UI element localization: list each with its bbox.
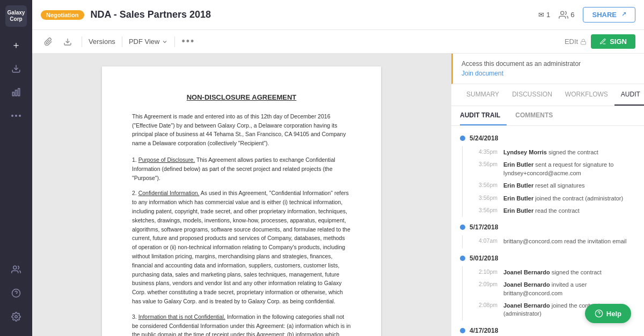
pen-icon [599, 38, 606, 45]
doc-section-1: 1. Purpose of Disclosure. This Agreement… [132, 155, 351, 182]
audit-entry: 2:09pmJoanel Bernardo invited a user bri… [472, 279, 635, 300]
help-circle-icon [595, 309, 603, 318]
help-button[interactable]: Help [585, 304, 631, 323]
document-area: NON-DISCLOSURE AGREEMENT This Agreement … [32, 54, 451, 336]
sign-button[interactable]: SIGN [591, 34, 635, 49]
audit-text: Joanel Bernardo signed the contract [503, 268, 635, 277]
subtab-comments[interactable]: COMMENTS [515, 106, 559, 125]
main-content: Negotiation NDA - Sales Partners 2018 ✉ … [32, 0, 644, 336]
doc-section-3: 3. Information that is not Confidential.… [132, 312, 351, 336]
document-intro: This Agreement is made and entered into … [132, 112, 351, 148]
versions-button[interactable]: Versions [89, 38, 115, 46]
doc-section-2: 2. Confidential Information. As used in … [132, 189, 351, 305]
audit-date-label: 5/24/2018 [470, 135, 498, 142]
tab-audit[interactable]: AUDIT [614, 84, 644, 106]
user-number: 6 [570, 11, 574, 19]
attach-icon-btn[interactable] [41, 34, 56, 49]
toolbar-divider-3 [174, 36, 175, 47]
user-count[interactable]: 6 [559, 10, 574, 20]
svg-point-7 [13, 266, 17, 269]
share-button[interactable]: SHARE [583, 7, 635, 23]
pdf-view-button[interactable]: PDF View [129, 38, 169, 46]
svg-point-6 [19, 115, 21, 117]
sign-label: SIGN [610, 38, 627, 46]
audit-time: 3:56pm [479, 182, 499, 190]
sidebar-icon-download[interactable] [6, 59, 26, 78]
topbar: Negotiation NDA - Sales Partners 2018 ✉ … [32, 0, 644, 30]
mail-icon: ✉ [538, 11, 544, 19]
svg-point-11 [561, 11, 564, 14]
lock-icon [580, 39, 587, 45]
join-document-link[interactable]: Join document [462, 70, 635, 77]
audit-time: 2:08pm [479, 302, 499, 318]
audit-entry: 4:07ambrittany@concord.com read the invi… [472, 235, 635, 248]
audit-text: brittany@concord.com read the invitation… [503, 237, 635, 245]
download-icon-btn[interactable] [60, 34, 75, 49]
sidebar-icon-add[interactable]: ＋ [6, 35, 26, 55]
audit-time: 3:56pm [479, 161, 499, 177]
svg-point-4 [11, 115, 13, 117]
audit-date-group: 5/17/20184:07ambrittany@concord.com read… [451, 219, 644, 250]
audit-subtabs: AUDIT TRAIL COMMENTS [451, 106, 644, 126]
audit-dot [460, 256, 465, 261]
document-main-title: NON-DISCLOSURE AGREEMENT [132, 92, 351, 103]
sidebar-icon-users[interactable] [6, 260, 26, 279]
audit-entry: 2:10pmJoanel Bernardo signed the contrac… [472, 266, 635, 279]
sidebar-icon-more[interactable] [6, 106, 26, 125]
audit-text: Erin Butler read the contract [503, 207, 635, 215]
company-logo[interactable]: Galaxy Corp [5, 5, 27, 27]
audit-date-label: 5/17/2018 [470, 223, 498, 231]
audit-time: 4:07am [479, 237, 499, 245]
audit-text: Erin Butler joined the contract (adminis… [503, 195, 635, 203]
sidebar-icon-analytics[interactable] [6, 83, 26, 102]
audit-dot [460, 136, 465, 141]
document-paper: NON-DISCLOSURE AGREEMENT This Agreement … [102, 66, 381, 336]
audit-text: Joanel Bernardo invited a user brittany@… [503, 281, 635, 297]
svg-line-12 [623, 12, 626, 16]
notification-number: 1 [546, 11, 550, 19]
audit-time: 2:10pm [479, 268, 499, 277]
svg-rect-14 [581, 41, 586, 44]
sidebar: Galaxy Corp ＋ [0, 0, 32, 336]
audit-entry: 3:56pmErin Butler read the contract [472, 205, 635, 217]
share-label: SHARE [592, 11, 617, 19]
doc-toolbar: Versions PDF View ••• EDIt SIGN [32, 30, 644, 54]
svg-point-5 [15, 115, 17, 117]
audit-text: Erin Butler sent a request for signature… [503, 161, 635, 177]
audit-time: 2:09pm [479, 281, 499, 297]
share-icon [620, 12, 626, 18]
audit-entry: 4:35pmLyndsey Morris signed the contract [472, 146, 635, 159]
edit-button[interactable]: EDIt [565, 38, 587, 46]
section-title-2: Confidential Information. [138, 190, 200, 196]
section-body-2: As used in this Agreement, "Confidential… [132, 190, 350, 304]
notification-count[interactable]: ✉ 1 [538, 11, 550, 19]
status-badge: Negotiation [41, 10, 84, 20]
topbar-right: ✉ 1 6 SHARE [538, 7, 635, 23]
audit-entry: 3:56pmErin Butler reset all signatures [472, 180, 635, 192]
tab-summary[interactable]: SUMMARY [460, 84, 506, 106]
subtab-audit-trail[interactable]: AUDIT TRAIL [460, 106, 507, 125]
audit-date-label: 4/17/2018 [470, 327, 498, 334]
svg-rect-2 [16, 90, 17, 96]
chevron-down-icon [162, 39, 168, 45]
tab-workflows[interactable]: WORKFLOWS [559, 84, 614, 106]
section-title-1: Purpose of Disclosure. [138, 156, 195, 163]
more-options-button[interactable]: ••• [181, 36, 195, 47]
admin-banner-title: Access this document as an administrator [462, 60, 635, 68]
svg-rect-1 [12, 92, 14, 96]
sidebar-icon-help[interactable] [6, 283, 26, 303]
edit-label: EDIt [565, 38, 578, 46]
audit-date-label: 5/01/2018 [470, 255, 498, 262]
section-number-3: 3. [132, 313, 138, 320]
svg-point-10 [15, 316, 18, 318]
svg-rect-3 [18, 88, 20, 96]
tab-discussion[interactable]: DISCUSSION [506, 84, 559, 106]
audit-date-group: 4/17/20181:10pmJoanel Bernardo read the … [451, 323, 644, 336]
body-split: NON-DISCLOSURE AGREEMENT This Agreement … [32, 54, 644, 336]
sidebar-icon-settings[interactable] [6, 307, 26, 326]
pdf-view-label: PDF View [129, 38, 160, 46]
section-number-2: 2. [132, 190, 138, 196]
right-panel: Access this document as an administrator… [451, 54, 644, 336]
admin-banner: Access this document as an administrator… [451, 54, 644, 84]
audit-time: 3:56pm [479, 195, 499, 203]
